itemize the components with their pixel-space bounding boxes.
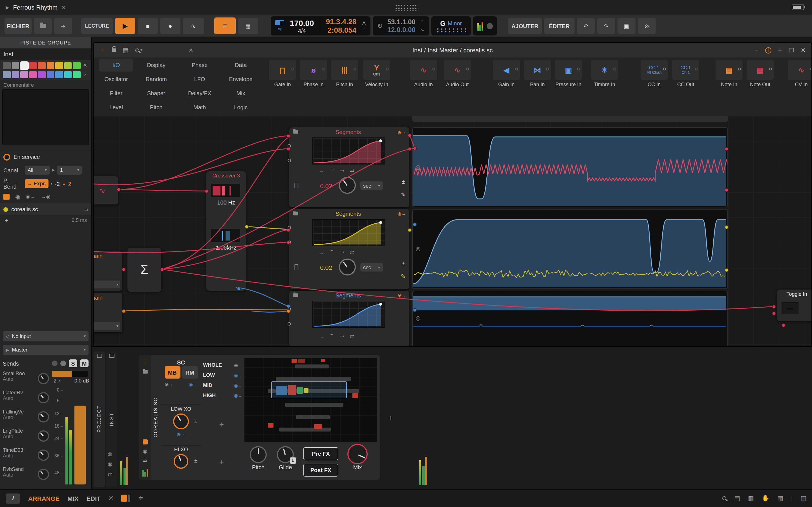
color-swatch[interactable]	[20, 71, 28, 78]
tab-filter[interactable]: Filter	[99, 87, 133, 100]
palette-item-velocity-in[interactable]: YOnsVelocity In	[361, 60, 392, 87]
sc-in-port[interactable]: ◉→	[165, 382, 173, 387]
segments-module-1[interactable]: Segments◉→→⌒⇒⇄∏0.02sec▾±✎	[289, 127, 409, 207]
cable-port[interactable]	[772, 312, 776, 316]
rm-button[interactable]: RM	[182, 366, 198, 379]
cable-port[interactable]	[287, 228, 290, 232]
record-arm-icon[interactable]: ◉	[108, 461, 112, 467]
file-menu-button[interactable]: FICHIER	[4, 18, 32, 34]
palette-item-gain-in[interactable]: ◀Gain In	[491, 60, 522, 87]
tab-mix[interactable]: Mix	[221, 87, 260, 100]
color-swatch[interactable]	[38, 71, 45, 78]
mute-button[interactable]: M	[80, 359, 89, 367]
zoom-icon[interactable]	[722, 496, 726, 500]
comment-box[interactable]	[2, 89, 89, 145]
locked-file-icon[interactable]: ▥	[748, 495, 754, 502]
multiband-display[interactable]	[244, 357, 378, 443]
tab-math[interactable]: Math	[179, 101, 220, 114]
cable-port[interactable]	[413, 308, 417, 312]
palette-item-note-out[interactable]: ▤Note Out	[745, 60, 775, 87]
edit-pencil-icon[interactable]: ✎	[401, 273, 405, 279]
cable-port[interactable]	[725, 188, 728, 192]
folder-icon[interactable]	[293, 212, 298, 216]
pan-hand-icon[interactable]: ✋	[762, 495, 769, 502]
segments-unit-dropdown[interactable]: sec▾	[360, 263, 383, 272]
tab-data[interactable]: Data	[221, 59, 260, 71]
header-port[interactable]: ◉→	[398, 293, 406, 298]
segments-value[interactable]: 0.02	[312, 264, 332, 271]
postfx-button[interactable]: Post FX	[303, 464, 338, 476]
pitchbend-max[interactable]: 2	[68, 180, 71, 187]
output-dropdown[interactable]: ▶Master▾	[3, 345, 89, 355]
timbre-out-icon[interactable]: →◉	[41, 194, 50, 200]
pitchbend-caret-icon[interactable]: ▾	[50, 181, 52, 186]
clip-launcher-icon[interactable]	[121, 495, 127, 502]
record-button[interactable]: ●	[160, 18, 181, 34]
color-swatch[interactable]	[47, 62, 54, 69]
pitch-knob[interactable]	[250, 446, 267, 463]
lock-icon[interactable]	[111, 48, 116, 52]
tab-phase[interactable]: Phase	[179, 59, 220, 71]
tab-logic[interactable]: Logic	[221, 101, 260, 114]
position-display[interactable]: 91.3.4.28	[326, 17, 356, 26]
color-swatch[interactable]	[38, 62, 45, 69]
palette-item-pan-in[interactable]: ⋈Pan In	[522, 60, 553, 87]
color-swatch[interactable]	[64, 62, 71, 69]
palette-item-audio-in[interactable]: ∿Audio In	[408, 60, 439, 87]
pressure-out-icon[interactable]: ◉→	[26, 194, 35, 200]
segments-mode-icon-3[interactable]: ⇄	[350, 168, 354, 175]
monitor-circle-icon[interactable]	[487, 23, 493, 29]
edit-menu-button[interactable]: ÉDITER	[544, 18, 574, 34]
pitchbend-up-icon[interactable]: ▲	[62, 182, 66, 186]
popout-icon[interactable]: ❐	[789, 47, 794, 53]
play-button[interactable]: ▶	[115, 18, 135, 34]
automation-write-button[interactable]: ∿	[183, 18, 204, 34]
pitchbend-mode-button[interactable]: → Expr.	[25, 179, 48, 188]
mpe-icon[interactable]	[3, 193, 10, 200]
add-slot-1[interactable]: +	[203, 407, 240, 442]
crossover-freq-low[interactable]: 100 Hz	[206, 200, 246, 206]
transport-mode-icon[interactable]: ⇆	[275, 20, 284, 32]
color-swatch[interactable]	[73, 62, 80, 69]
edit-pencil-icon[interactable]: ✎	[401, 191, 405, 198]
palette-item-audio-out[interactable]: ∿Audio Out	[442, 60, 472, 87]
segments-mode-icon-0[interactable]: →	[319, 168, 324, 175]
segments-module-2[interactable]: Segments◉→→⌒⇒⇄∏0.02sec▾±✎	[289, 209, 409, 289]
edit-tab[interactable]: EDIT	[86, 495, 100, 502]
audio-source-module[interactable]: ∿	[94, 176, 118, 205]
piano-icon[interactable]: ▥	[801, 495, 806, 502]
warning-icon[interactable]: !	[765, 47, 771, 53]
tempo-display[interactable]: 170.00	[290, 18, 314, 27]
open-project-button[interactable]	[34, 18, 52, 34]
hi-xo-stepper[interactable]: ±	[194, 458, 197, 463]
key-display[interactable]: GMinor	[432, 16, 471, 36]
color-swatch[interactable]	[55, 62, 63, 69]
send-pre-icon[interactable]	[52, 360, 57, 366]
track-name-field[interactable]: Inst	[0, 48, 91, 60]
cable-port[interactable]	[408, 228, 412, 232]
tab-display[interactable]: Display	[134, 59, 178, 71]
band-port[interactable]: ◉→	[234, 373, 243, 378]
clear-search-icon[interactable]: ✕	[189, 47, 193, 53]
cable-port[interactable]	[117, 187, 121, 191]
mix-tab[interactable]: MIX	[67, 495, 79, 502]
arrange-tab[interactable]: ARRANGE	[28, 495, 59, 502]
dual-display-button[interactable]: ▦	[238, 18, 258, 34]
cable-port[interactable]	[287, 240, 290, 244]
palette-item-phase-in[interactable]: øPhase In	[298, 60, 329, 87]
info-button[interactable]: i	[6, 493, 20, 503]
color-swatch[interactable]	[11, 62, 19, 69]
mb-button[interactable]: MB	[164, 366, 180, 379]
send-knob[interactable]	[38, 450, 49, 461]
oscilloscope-2[interactable]: ◎	[412, 209, 728, 289]
solo-button[interactable]: S	[69, 359, 77, 367]
cable-port[interactable]	[725, 225, 728, 229]
low-xo-stepper[interactable]: ±	[194, 418, 197, 424]
tab-delay-fx[interactable]: Delay/FX	[179, 87, 220, 100]
loop-icon[interactable]: ↻	[377, 22, 383, 30]
send-knob[interactable]	[38, 392, 49, 403]
segments-unit-dropdown[interactable]: sec▾	[360, 181, 383, 190]
cable-port[interactable]	[413, 223, 417, 226]
tab-lfo[interactable]: LFO	[179, 73, 220, 86]
device-io-icon[interactable]: ⇄	[143, 458, 147, 464]
